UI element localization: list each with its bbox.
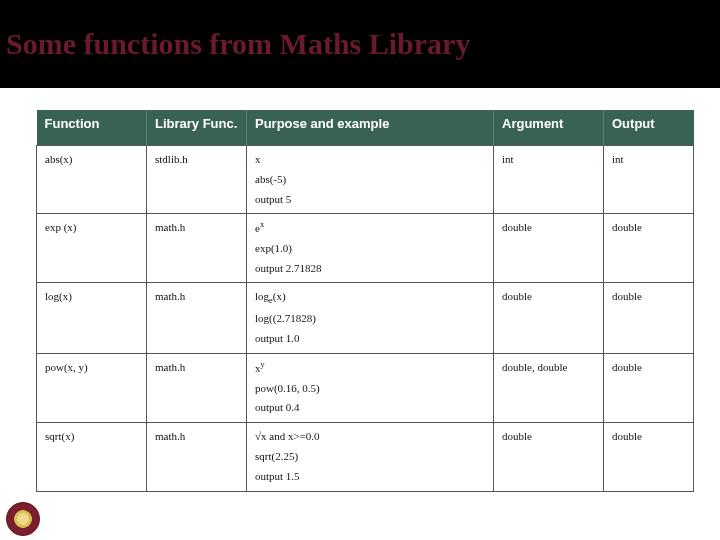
table-row: exp (x)math.hexexp(1.0)output 2.71828dou… (37, 214, 694, 283)
header-lib: Library Func. (147, 110, 247, 146)
title-band: Some functions from Maths Library (0, 0, 720, 88)
cell-function: log(x) (37, 283, 147, 354)
header-argument: Argument (494, 110, 604, 146)
cell-function: sqrt(x) (37, 423, 147, 491)
cell-function: exp (x) (37, 214, 147, 283)
cell-purpose: √x and x>=0.0sqrt(2.25)output 1.5 (247, 423, 494, 491)
cell-output: double (604, 214, 694, 283)
table-header-row: Function Library Func. Purpose and examp… (37, 110, 694, 146)
table-row: log(x)math.hloge(x)log((2.71828)output 1… (37, 283, 694, 354)
cell-argument: double (494, 214, 604, 283)
cell-argument: int (494, 146, 604, 214)
functions-table: Function Library Func. Purpose and examp… (36, 110, 694, 492)
header-output: Output (604, 110, 694, 146)
header-function: Function (37, 110, 147, 146)
cell-output: int (604, 146, 694, 214)
cell-lib: math.h (147, 354, 247, 423)
cell-lib: math.h (147, 283, 247, 354)
cell-lib: math.h (147, 423, 247, 491)
cell-output: double (604, 423, 694, 491)
cell-lib: stdlib.h (147, 146, 247, 214)
table-row: sqrt(x)math.h√x and x>=0.0sqrt(2.25)outp… (37, 423, 694, 491)
cell-argument: double (494, 423, 604, 491)
cell-argument: double (494, 283, 604, 354)
header-purpose: Purpose and example (247, 110, 494, 146)
cell-argument: double, double (494, 354, 604, 423)
cell-lib: math.h (147, 214, 247, 283)
cell-output: double (604, 354, 694, 423)
table-row: abs(x)stdlib.hxabs(-5)output 5intint (37, 146, 694, 214)
cell-purpose: xypow(0.16, 0.5)output 0.4 (247, 354, 494, 423)
cell-output: double (604, 283, 694, 354)
cell-function: pow(x, y) (37, 354, 147, 423)
cell-function: abs(x) (37, 146, 147, 214)
cell-purpose: xabs(-5)output 5 (247, 146, 494, 214)
cell-purpose: exexp(1.0)output 2.71828 (247, 214, 494, 283)
slide-title: Some functions from Maths Library (6, 27, 470, 61)
table-row: pow(x, y)math.hxypow(0.16, 0.5)output 0.… (37, 354, 694, 423)
institution-logo-icon (6, 502, 40, 536)
table-container: Function Library Func. Purpose and examp… (0, 88, 720, 492)
cell-purpose: loge(x)log((2.71828)output 1.0 (247, 283, 494, 354)
